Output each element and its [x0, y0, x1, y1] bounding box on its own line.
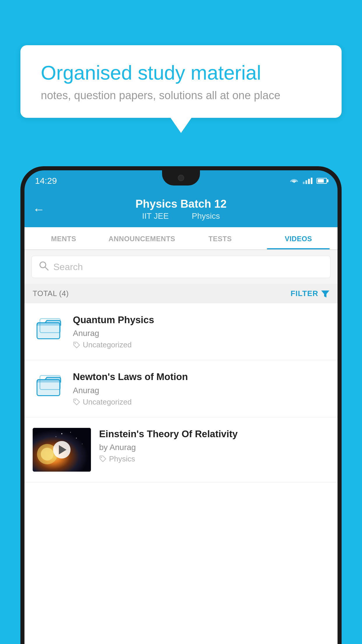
video-item-author: Anurag	[73, 386, 329, 395]
svg-point-14	[61, 433, 62, 434]
list-item[interactable]: Quantum Physics Anurag Uncategorized	[24, 303, 338, 360]
video-item-info: Quantum Physics Anurag Uncategorized	[73, 314, 329, 349]
wifi-icon	[289, 177, 299, 184]
video-item-title: Einstein's Theory Of Relativity	[99, 428, 329, 440]
video-thumbnail	[33, 428, 91, 472]
search-placeholder: Search	[53, 262, 83, 272]
tag-icon	[73, 398, 80, 406]
search-bar-container: Search	[24, 250, 338, 284]
svg-point-10	[75, 400, 76, 401]
speech-bubble-section: Organised study material notes, question…	[20, 45, 342, 118]
app-screen: ← Physics Batch 12 IIT JEE Physics MENTS…	[24, 191, 338, 644]
status-time: 14:29	[35, 176, 57, 186]
video-item-info: Newton's Laws of Motion Anurag Uncategor…	[73, 371, 329, 406]
filter-button[interactable]: FILTER	[291, 289, 329, 298]
header-subtitle-physics: Physics	[192, 211, 220, 220]
tag-icon	[73, 341, 80, 349]
svg-point-13	[41, 448, 54, 461]
status-icons	[289, 177, 327, 184]
tab-announcements[interactable]: ANNOUNCEMENTS	[103, 227, 181, 249]
speech-bubble-subtitle: notes, question papers, solutions all at…	[41, 89, 321, 102]
filter-bar: TOTAL (4) FILTER	[24, 284, 338, 303]
video-item-info: Einstein's Theory Of Relativity by Anura…	[99, 428, 329, 463]
phone-frame: 14:29	[20, 166, 342, 644]
header-title: Physics Batch 12	[136, 198, 227, 210]
svg-point-6	[75, 343, 76, 344]
video-item-tag: Uncategorized	[73, 340, 329, 349]
folder-icon	[33, 371, 65, 400]
play-triangle-icon	[59, 445, 66, 454]
svg-marker-2	[321, 290, 329, 298]
video-item-title: Quantum Physics	[73, 314, 329, 326]
app-header: ← Physics Batch 12 IIT JEE Physics	[24, 191, 338, 227]
folder-icon	[33, 314, 65, 343]
svg-point-19	[101, 457, 102, 458]
video-item-author: by Anurag	[99, 443, 329, 452]
filter-icon	[321, 290, 329, 298]
speech-bubble-title: Organised study material	[41, 61, 321, 84]
back-button[interactable]: ←	[33, 202, 45, 216]
header-subtitle-iit: IIT JEE	[142, 211, 169, 220]
search-icon	[39, 261, 49, 273]
tag-label: Uncategorized	[83, 398, 132, 407]
header-subtitle: IIT JEE Physics	[139, 211, 224, 221]
tabs-bar: MENTS ANNOUNCEMENTS TESTS VIDEOS	[24, 227, 338, 250]
battery-icon	[317, 178, 327, 184]
phone-inner: 14:29	[24, 170, 338, 644]
tag-label: Physics	[109, 454, 135, 463]
filter-label: FILTER	[291, 289, 318, 298]
notch	[162, 170, 200, 186]
svg-point-17	[70, 432, 71, 433]
signal-icon	[303, 178, 312, 184]
svg-point-16	[82, 444, 82, 444]
svg-point-18	[56, 436, 57, 437]
video-list: Quantum Physics Anurag Uncategorized	[24, 303, 338, 482]
svg-point-15	[76, 438, 77, 438]
video-item-tag: Physics	[99, 454, 329, 463]
video-item-title: Newton's Laws of Motion	[73, 371, 329, 383]
tag-icon	[99, 455, 107, 463]
tag-label: Uncategorized	[83, 340, 132, 349]
tab-videos[interactable]: VIDEOS	[259, 227, 338, 249]
tab-ments[interactable]: MENTS	[24, 227, 103, 249]
camera-dot	[178, 175, 184, 181]
video-item-tag: Uncategorized	[73, 398, 329, 407]
speech-bubble: Organised study material notes, question…	[20, 45, 342, 118]
play-button[interactable]	[53, 441, 71, 459]
total-count: TOTAL (4)	[33, 289, 69, 298]
svg-line-1	[45, 267, 48, 270]
video-item-author: Anurag	[73, 329, 329, 338]
list-item[interactable]: Einstein's Theory Of Relativity by Anura…	[24, 417, 338, 482]
status-bar: 14:29	[24, 170, 338, 191]
list-item[interactable]: Newton's Laws of Motion Anurag Uncategor…	[24, 360, 338, 417]
tab-tests[interactable]: TESTS	[181, 227, 259, 249]
search-bar[interactable]: Search	[31, 256, 331, 278]
header-subtitle-sep	[178, 211, 183, 220]
